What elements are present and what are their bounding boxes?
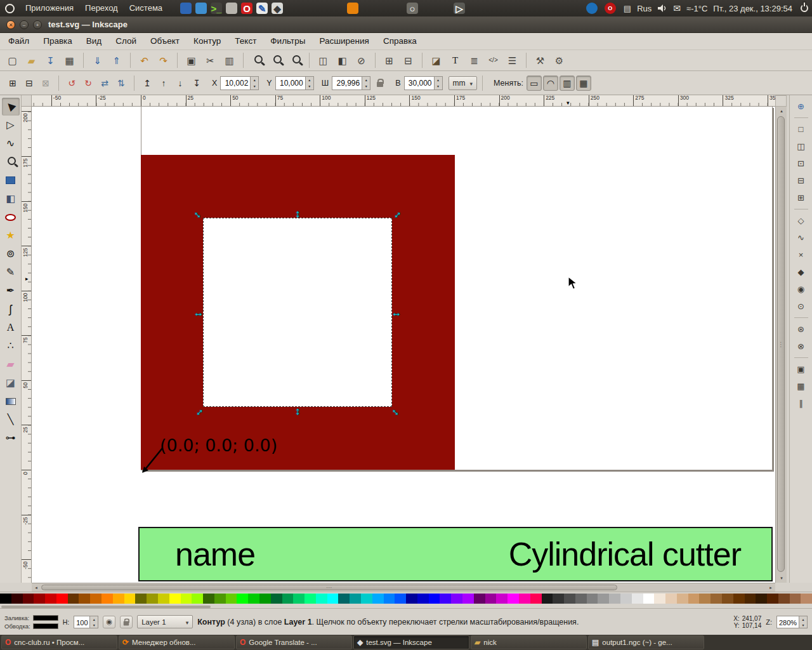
power-icon[interactable]: [801, 4, 808, 12]
window-titlebar[interactable]: ✕ – + test.svg — Inkscape: [0, 17, 812, 33]
weather-temperature[interactable]: ≈-1°C: [686, 4, 707, 13]
palette-swatch[interactable]: [643, 594, 655, 604]
zoom-input[interactable]: 280%: [776, 616, 808, 628]
menu-file[interactable]: Файл: [1, 33, 36, 50]
pen-tool[interactable]: ✒: [2, 282, 20, 300]
menu-edit[interactable]: Правка: [36, 33, 79, 50]
snap-paths[interactable]: ∿: [793, 230, 809, 246]
palette-swatch[interactable]: [23, 594, 34, 604]
connector-tool[interactable]: ⊶: [2, 429, 20, 447]
zoom-drawing-button[interactable]: [268, 52, 285, 69]
palette-swatch[interactable]: [654, 594, 665, 604]
stroke-color-swatch[interactable]: [33, 623, 58, 629]
cut-button[interactable]: ✂: [202, 52, 219, 69]
export-button[interactable]: ⇑: [108, 52, 125, 69]
palette-swatch[interactable]: [756, 594, 767, 604]
menu-help[interactable]: Справка: [376, 33, 424, 50]
task-inkscape[interactable]: ◆test.svg — Inkscape: [353, 635, 469, 649]
import-button[interactable]: ⇓: [89, 52, 106, 69]
palette-swatch[interactable]: [361, 594, 372, 604]
spray-tool[interactable]: ∴: [2, 337, 20, 355]
input-devices-button[interactable]: ⚙: [551, 52, 568, 69]
width-input[interactable]: 29,996: [332, 76, 370, 90]
scale-handle-w[interactable]: [193, 307, 204, 319]
menu-filters[interactable]: Фильтры: [263, 33, 312, 50]
task-folder-nick[interactable]: ▰nick: [471, 635, 587, 649]
palette-swatch[interactable]: [226, 594, 237, 604]
menu-object[interactable]: Объект: [143, 33, 187, 50]
palette-swatch[interactable]: [271, 594, 282, 604]
palette-swatch[interactable]: [767, 594, 778, 604]
palette-swatch[interactable]: [733, 594, 745, 604]
palette-swatch[interactable]: [542, 594, 553, 604]
save-button[interactable]: ↧: [42, 52, 59, 69]
palette-swatch[interactable]: [192, 594, 203, 604]
palette-swatch[interactable]: [338, 594, 350, 604]
maximize-button[interactable]: +: [33, 20, 42, 29]
palette-swatch[interactable]: [11, 594, 23, 604]
lower-button[interactable]: ↓: [173, 76, 188, 91]
ubuntu-logo-icon[interactable]: [5, 4, 15, 13]
menu-extensions[interactable]: Расширения: [312, 33, 376, 50]
gradient-tool[interactable]: [2, 392, 20, 410]
mail-notifier-icon[interactable]: O: [605, 3, 616, 14]
snap-nodes[interactable]: ◇: [793, 213, 809, 229]
palette-swatch[interactable]: [169, 594, 181, 604]
zoom-page-button[interactable]: [287, 52, 304, 69]
layers-dialog-button[interactable]: ≣: [466, 52, 483, 69]
palette-swatch[interactable]: [293, 594, 304, 604]
create-clone-button[interactable]: ◧: [334, 52, 351, 69]
task-gedit-output[interactable]: ▤output1.ngc (~) - ge...: [588, 635, 704, 649]
height-spinner[interactable]: [434, 77, 442, 90]
palette-swatch[interactable]: [417, 594, 429, 604]
palette-swatch[interactable]: [304, 594, 316, 604]
horizontal-scrollbar[interactable]: [32, 583, 775, 592]
places-menu[interactable]: Переход: [79, 0, 124, 17]
deselect-button[interactable]: ⊠: [38, 76, 53, 91]
palette-swatch[interactable]: [722, 594, 733, 604]
palette-swatch[interactable]: [587, 594, 598, 604]
palette-swatch[interactable]: [214, 594, 226, 604]
affect-gradients-toggle[interactable]: ▥: [560, 76, 575, 91]
clock[interactable]: Пт., 23 дек., 13:29:54: [713, 4, 792, 13]
palette-swatch[interactable]: [282, 594, 294, 604]
green-label-box[interactable]: name Cylindrical cutter: [138, 527, 773, 581]
palette-swatch[interactable]: [56, 594, 68, 604]
zoom-tool[interactable]: [2, 153, 20, 171]
palette-swatch[interactable]: [474, 594, 485, 604]
pencil-tool[interactable]: ✎: [2, 263, 20, 281]
ellipse-tool[interactable]: [2, 208, 20, 226]
palette-swatch[interactable]: [462, 594, 474, 604]
dropper-tool[interactable]: ╲: [2, 411, 20, 428]
palette-swatch[interactable]: [181, 594, 192, 604]
unlink-clone-button[interactable]: ⊘: [353, 52, 370, 69]
select-all-layers-button[interactable]: ⊟: [22, 76, 37, 91]
lock-ratio-toggle[interactable]: [372, 76, 388, 91]
width-spinner[interactable]: [362, 77, 370, 90]
rotate-ccw-button[interactable]: ↺: [64, 76, 79, 91]
text-tool[interactable]: A: [2, 319, 20, 336]
scroll-left-button[interactable]: [32, 583, 41, 592]
opacity-spinner[interactable]: [89, 616, 98, 628]
align-dialog-button[interactable]: ☰: [504, 52, 521, 69]
calligraphy-tool[interactable]: ʃ: [2, 300, 20, 318]
palette-swatch[interactable]: [135, 594, 147, 604]
palette-swatch[interactable]: [530, 594, 542, 604]
palette-swatch[interactable]: [102, 594, 113, 604]
snap-grid[interactable]: ▦: [793, 378, 809, 394]
terminal-icon[interactable]: >_: [211, 3, 222, 14]
node-tool[interactable]: ▷: [2, 116, 20, 134]
zoom-selection-button[interactable]: [249, 52, 266, 69]
palette-swatch[interactable]: [327, 594, 339, 604]
applications-menu[interactable]: Приложения: [20, 0, 79, 17]
snap-page-border[interactable]: ▣: [793, 361, 809, 377]
selector-tool[interactable]: ▶: [2, 98, 20, 116]
palette-swatch[interactable]: [429, 594, 440, 604]
palette-swatch[interactable]: [699, 594, 710, 604]
selected-square[interactable]: [203, 218, 392, 407]
snap-guides[interactable]: ∥: [793, 395, 809, 411]
redo-button[interactable]: ↷: [155, 52, 172, 69]
firefox-icon[interactable]: [180, 3, 192, 14]
layer-selector[interactable]: Layer 1: [137, 615, 193, 628]
y-input[interactable]: 10,000: [275, 76, 314, 90]
